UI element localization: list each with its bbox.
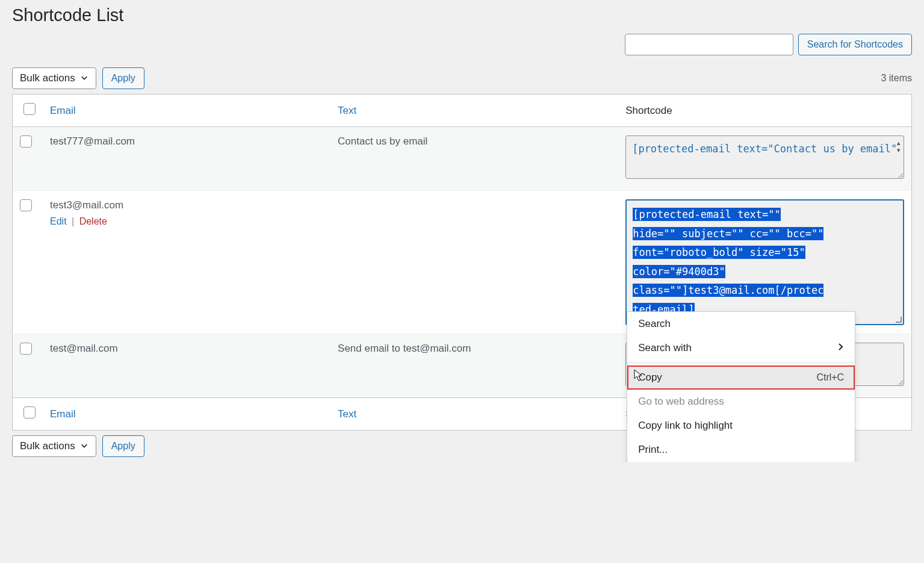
items-count: 3 items	[881, 73, 912, 84]
shortcode-table: Email Text Shortcode test777@mail.com Co…	[12, 94, 912, 431]
shortcut-label: Ctrl+C	[816, 372, 844, 383]
menu-separator	[627, 362, 855, 363]
search-shortcodes-button[interactable]: Search for Shortcodes	[798, 34, 912, 55]
chevron-down-icon	[80, 441, 88, 452]
select-all-checkbox[interactable]	[23, 103, 36, 115]
bulk-actions-select-bottom[interactable]: Bulk actions	[12, 435, 96, 457]
column-header-shortcode: Shortcode	[618, 95, 911, 127]
cell-email: test3@mail.com	[50, 199, 123, 211]
shortcode-textarea[interactable]	[625, 135, 904, 179]
table-row: test777@mail.com Contact us by email ▴▾	[13, 127, 912, 191]
row-checkbox[interactable]	[20, 135, 32, 148]
bulk-actions-label: Bulk actions	[20, 440, 75, 452]
row-checkbox[interactable]	[20, 199, 32, 211]
bulk-actions-label: Bulk actions	[20, 72, 75, 84]
column-footer-text[interactable]: Text	[338, 408, 356, 420]
apply-button-bottom[interactable]: Apply	[102, 435, 144, 457]
delete-link[interactable]: Delete	[79, 216, 107, 226]
context-menu-search[interactable]: Search	[627, 312, 855, 336]
chevron-right-icon	[838, 342, 844, 354]
context-menu-print[interactable]: Print...	[627, 438, 855, 462]
cell-text	[330, 191, 618, 334]
context-menu: Search Search with Copy Ctrl+C Go	[627, 311, 855, 462]
edit-link[interactable]: Edit	[50, 216, 67, 226]
row-actions: Edit | Delete	[50, 216, 323, 227]
row-checkbox[interactable]	[20, 343, 32, 355]
bulk-actions-group-bottom: Bulk actions Apply	[12, 435, 144, 457]
cell-text: Send email to test@mail.com	[330, 334, 618, 398]
context-menu-copy[interactable]: Copy Ctrl+C	[627, 365, 855, 390]
separator: |	[72, 216, 74, 226]
context-menu-goto-address: Go to web address	[627, 390, 855, 414]
chevron-down-icon	[80, 73, 88, 84]
page-title: Shortcode List	[12, 0, 912, 28]
column-header-email[interactable]: Email	[50, 105, 76, 116]
cell-email: test777@mail.com	[43, 127, 330, 191]
bulk-actions-group: Bulk actions Apply	[12, 67, 144, 89]
context-menu-search-with[interactable]: Search with	[627, 336, 855, 360]
bulk-actions-select[interactable]: Bulk actions	[12, 67, 96, 89]
column-footer-email[interactable]: Email	[50, 408, 76, 420]
tablenav-top: Bulk actions Apply 3 items	[12, 66, 912, 90]
top-actions-bar: Search for Shortcodes	[12, 34, 912, 55]
table-row: test3@mail.com Edit | Delete [protected-…	[13, 191, 912, 334]
context-menu-copy-link-highlight[interactable]: Copy link to highlight	[627, 414, 855, 438]
shortcode-textarea-selected[interactable]: [protected-email text=""hide="" subject=…	[625, 199, 904, 325]
scroll-up-icon[interactable]: ▴▾	[895, 139, 903, 154]
column-header-text[interactable]: Text	[338, 105, 356, 116]
search-input[interactable]	[625, 34, 793, 55]
select-all-checkbox-footer[interactable]	[23, 406, 36, 418]
cell-email: test@mail.com	[43, 334, 330, 398]
resize-handle-icon[interactable]	[895, 316, 902, 323]
apply-button[interactable]: Apply	[102, 67, 144, 89]
cell-text: Contact us by email	[330, 127, 618, 191]
